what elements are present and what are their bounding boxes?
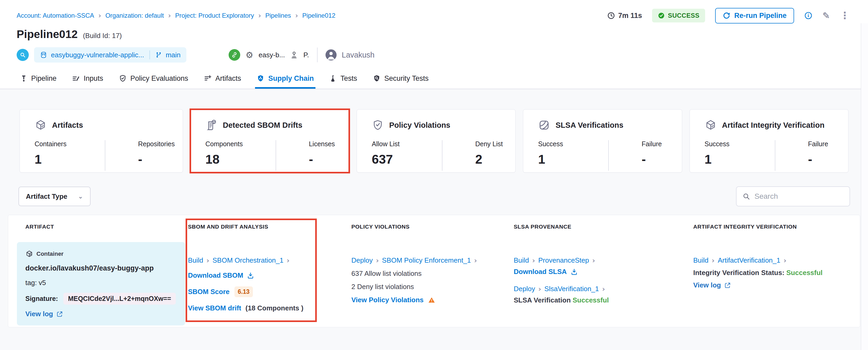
step-link-slsa-verification[interactable]: SlsaVerification_1	[544, 285, 599, 293]
stage-link-build[interactable]: Build	[693, 256, 709, 264]
stat-value: 637	[372, 152, 442, 166]
download-slsa-link[interactable]: Download SLSA	[514, 268, 578, 276]
sbom-document-icon	[206, 119, 218, 131]
stat-value: -	[808, 152, 828, 166]
artifact-tag: tag: v5	[25, 279, 177, 287]
slsa-provenance-cell: Build › ProvenanceStep › Download SLSA	[489, 242, 668, 325]
repo-branch-pill[interactable]: easybuggy-vulnerable-applic... main	[34, 47, 186, 63]
pipeline-duration: 7m 11s	[607, 11, 642, 20]
card-title: Detected SBOM Drifts	[223, 121, 302, 130]
git-branch-icon	[155, 52, 162, 58]
table-row: Container docker.io/lavakush07/easy-bugg…	[8, 242, 860, 325]
deny-list-violations: 2 Deny list violations	[351, 283, 489, 291]
card-slsa-verifications: SLSA Verifications Success 1 Failure -	[523, 109, 682, 172]
artifact-table: ARTIFACT SBOM AND DRIFT ANALYSIS POLICY …	[8, 215, 860, 327]
column-header-integrity: ARTIFACT INTEGRITY VERIFICATION	[668, 224, 860, 230]
trigger-label[interactable]: easy-b...	[259, 51, 285, 59]
stat-label: Allow List	[372, 140, 442, 148]
stage-link-build[interactable]: Build	[188, 256, 203, 264]
stat-label: Containers	[35, 140, 105, 148]
external-link-icon	[724, 282, 731, 289]
chevron-right-icon: ›	[295, 11, 298, 20]
breadcrumb-pipelines[interactable]: Pipelines	[265, 12, 291, 19]
repository-icon	[40, 51, 47, 59]
card-title: SLSA Verifications	[555, 121, 623, 130]
scrollbar[interactable]	[861, 23, 868, 350]
column-header-slsa: SLSA PROVENANCE	[489, 224, 668, 230]
info-icon[interactable]	[804, 11, 812, 20]
stage-link-deploy[interactable]: Deploy	[514, 285, 535, 293]
user-avatar	[326, 50, 337, 60]
tab-inputs[interactable]: Inputs	[70, 70, 105, 89]
signature-label: Signature:	[25, 295, 58, 303]
stat-value: 1	[705, 152, 775, 166]
chevron-right-icon: ›	[592, 256, 595, 264]
stat-value: 2	[475, 152, 503, 166]
tab-artifacts[interactable]: Artifacts	[202, 70, 243, 89]
chevron-down-icon: ⌄	[78, 193, 83, 200]
flask-icon	[330, 75, 337, 82]
chevron-right-icon: ›	[207, 256, 209, 264]
tab-policy-evaluations[interactable]: Policy Evaluations	[117, 70, 190, 89]
card-title: Artifact Integrity Verification	[722, 121, 825, 130]
breadcrumb-pipeline012[interactable]: Pipeline012	[302, 12, 335, 19]
chevron-right-icon: ›	[602, 285, 605, 293]
chevron-right-icon: ›	[538, 285, 541, 293]
artifact-type-select[interactable]: Artifact Type ⌄	[19, 187, 91, 206]
breadcrumb-project[interactable]: Project: Product Exploratory	[175, 12, 254, 19]
view-log-link[interactable]: View log	[25, 310, 177, 318]
warning-triangle-icon	[428, 296, 435, 304]
stat-value: -	[309, 152, 335, 166]
branch-name: main	[166, 51, 181, 59]
signature-value: MEQCICde2Vjl...L+2+mqnOXw==	[63, 293, 176, 305]
step-link-sbom-policy-enforcement[interactable]: SBOM Policy Enforcement_1	[382, 256, 471, 264]
security-shield-icon	[373, 74, 381, 82]
artifact-cell: Container docker.io/lavakush07/easy-bugg…	[17, 242, 185, 325]
card-detected-sbom-drifts: Detected SBOM Drifts Components 18 Licen…	[190, 109, 349, 172]
shield-check-icon	[119, 74, 127, 82]
sbom-cell: Build › SBOM Orchestration_1 › Download …	[186, 242, 325, 325]
card-artifacts: Artifacts Containers 1 Repositories -	[20, 109, 183, 172]
stage-link-build[interactable]: Build	[514, 256, 529, 264]
tab-tests[interactable]: Tests	[328, 70, 359, 89]
stat-label: Failure	[808, 140, 828, 148]
column-header-artifact: ARTIFACT	[8, 224, 186, 230]
view-policy-violations-link[interactable]: View Policy Violations	[351, 296, 424, 304]
tab-supply-chain[interactable]: Supply Chain	[255, 70, 315, 89]
drift-component-count: (18 Components )	[246, 304, 304, 312]
kebab-menu-icon[interactable]: ⋮	[840, 11, 849, 20]
search-icon	[742, 192, 750, 200]
breadcrumb-account[interactable]: Account: Automation-SSCA	[17, 12, 94, 19]
stat-value: 1	[538, 152, 608, 166]
card-artifact-integrity: Artifact Integrity Verification Success …	[689, 109, 848, 172]
divider	[317, 47, 317, 62]
step-link-sbom-orchestration[interactable]: SBOM Orchestration_1	[213, 256, 283, 264]
step-link-artifact-verification[interactable]: ArtifactVerification_1	[718, 256, 780, 264]
tab-pipeline[interactable]: Pipeline	[19, 70, 58, 89]
build-id: (Build Id: 17)	[83, 32, 122, 40]
summary-cards: Artifacts Containers 1 Repositories -	[20, 109, 848, 172]
edit-pencil-icon[interactable]: ✎	[823, 11, 830, 20]
integrity-cell: Build › ArtifactVerification_1 › Integri…	[668, 242, 860, 325]
card-title: Policy Violations	[389, 121, 451, 130]
step-link-provenance[interactable]: ProvenanceStep	[538, 256, 589, 264]
chevron-right-icon: ›	[783, 256, 786, 264]
divider	[149, 51, 150, 59]
rerun-pipeline-button[interactable]: Re-run Pipeline	[715, 8, 794, 24]
view-sbom-drift-link[interactable]: View SBOM drift	[188, 304, 241, 312]
pipeline-icon	[20, 75, 27, 82]
view-log-link[interactable]: View log	[693, 281, 860, 289]
breadcrumb-organization[interactable]: Organization: default	[105, 12, 164, 19]
slsa-status-label: SLSA Verification	[514, 296, 571, 304]
stage-link-deploy[interactable]: Deploy	[351, 256, 373, 264]
sbom-score-badge: 6.13	[235, 286, 253, 297]
download-sbom-link[interactable]: Download SBOM	[188, 271, 254, 280]
stat-label: Failure	[642, 140, 661, 148]
trigger-short: P.	[303, 51, 309, 59]
tab-security-tests[interactable]: Security Tests	[371, 70, 430, 89]
search-input[interactable]	[754, 192, 844, 201]
column-header-policy: POLICY VIOLATIONS	[325, 224, 489, 230]
sbom-score-link[interactable]: SBOM Score	[188, 288, 230, 296]
stat-label: Deny List	[475, 140, 503, 148]
stat-value: -	[642, 152, 661, 166]
